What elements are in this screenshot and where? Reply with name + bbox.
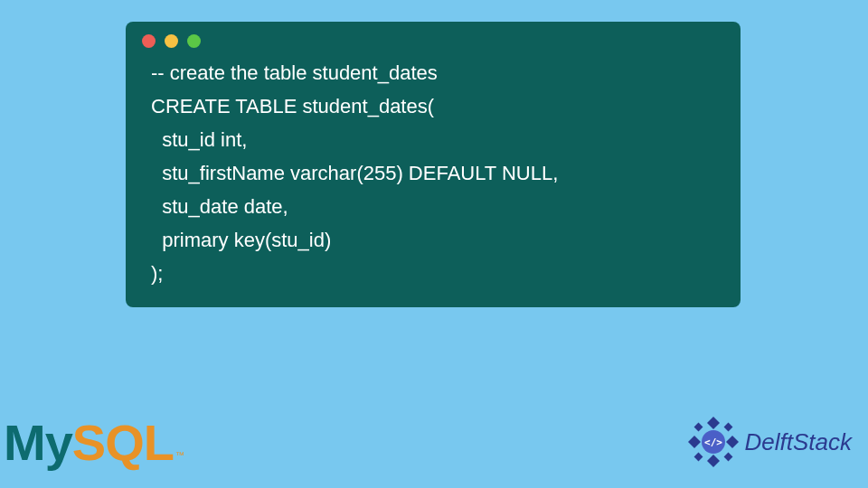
svg-marker-5 [723, 423, 732, 432]
mysql-logo-sql: SQL [72, 413, 174, 472]
code-line: CREATE TABLE student_dates( [151, 95, 434, 117]
svg-marker-2 [688, 436, 701, 448]
code-line: ); [151, 262, 163, 285]
code-line: primary key(stu_id) [151, 229, 331, 251]
window-controls [126, 22, 741, 57]
mysql-logo: MySQL™ [4, 413, 184, 472]
code-block: -- create the table student_dates CREATE… [126, 57, 741, 291]
code-line: stu_id int, [151, 128, 247, 151]
mysql-logo-my: My [4, 413, 72, 472]
svg-marker-3 [726, 436, 739, 448]
delftstack-icon: </> [687, 416, 740, 468]
svg-marker-0 [707, 417, 720, 429]
code-line: stu_date date, [151, 195, 288, 218]
minimize-icon [165, 34, 178, 48]
mysql-logo-tm: ™ [175, 450, 184, 460]
close-icon [142, 34, 156, 48]
svg-marker-6 [693, 453, 703, 462]
svg-marker-7 [723, 453, 732, 462]
svg-marker-4 [693, 423, 703, 432]
code-line: stu_firstName varchar(255) DEFAULT NULL, [151, 162, 558, 184]
delftstack-logo: </> DelftStack [687, 416, 853, 468]
code-window: -- create the table student_dates CREATE… [126, 22, 741, 307]
svg-text:</>: </> [704, 436, 722, 448]
code-line: -- create the table student_dates [151, 61, 438, 84]
svg-marker-1 [707, 455, 720, 467]
maximize-icon [187, 34, 201, 48]
delftstack-label: DelftStack [745, 428, 853, 456]
